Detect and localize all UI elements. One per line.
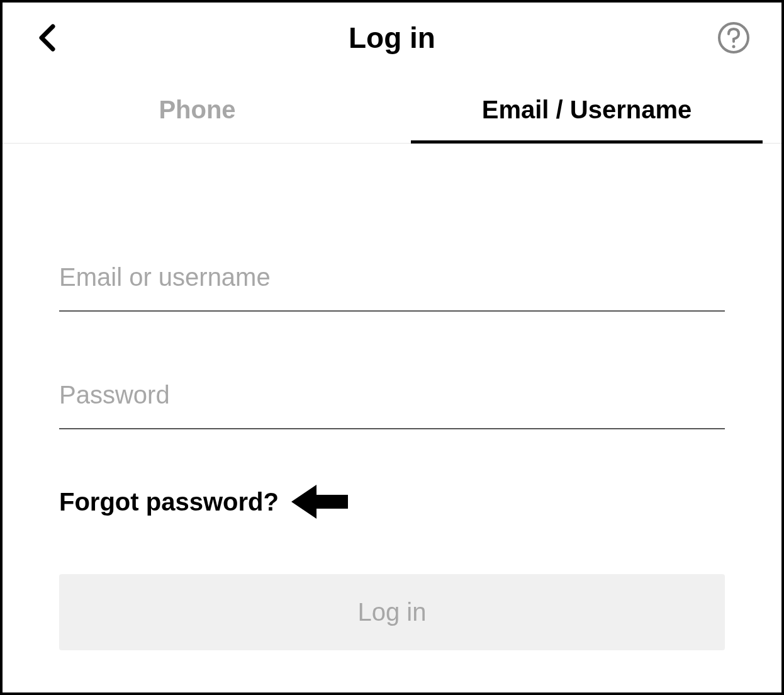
password-input[interactable]	[59, 362, 725, 429]
page-title: Log in	[349, 21, 435, 55]
svg-marker-2	[291, 485, 348, 519]
svg-point-1	[732, 45, 736, 48]
forgot-password-link[interactable]: Forgot password?	[59, 488, 279, 516]
login-form: Forgot password? Log in	[3, 144, 781, 650]
back-icon[interactable]	[34, 25, 59, 50]
header: Log in	[3, 3, 781, 67]
tab-phone[interactable]: Phone	[3, 79, 392, 143]
tab-email-username[interactable]: Email / Username	[392, 79, 781, 143]
help-icon[interactable]	[717, 21, 750, 54]
forgot-row: Forgot password?	[59, 480, 725, 524]
arrow-left-icon	[291, 480, 348, 524]
login-button[interactable]: Log in	[59, 574, 725, 650]
email-username-input[interactable]	[59, 244, 725, 312]
tabs: Phone Email / Username	[3, 79, 781, 144]
